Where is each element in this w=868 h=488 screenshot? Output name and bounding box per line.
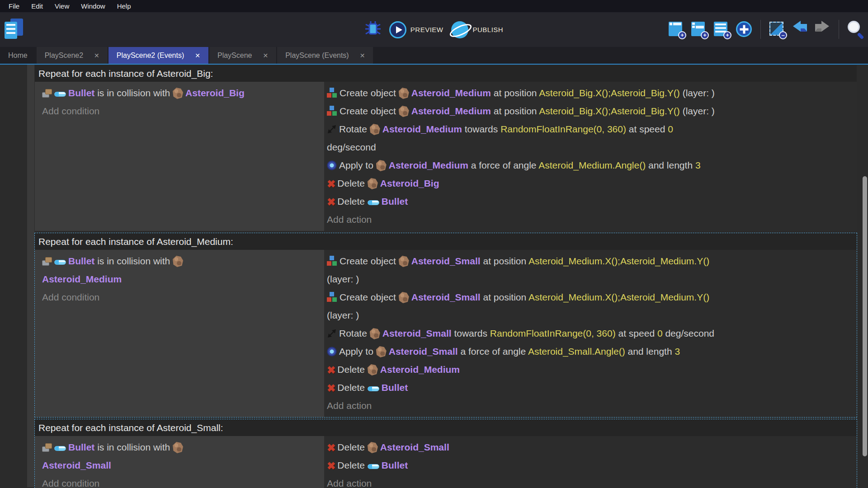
play-circle-icon xyxy=(389,21,406,38)
tab-close-icon[interactable]: ✕ xyxy=(195,52,200,59)
action-row[interactable]: Create object Asteroid_Medium at positio… xyxy=(327,102,853,120)
bullet-object-icon xyxy=(54,260,66,265)
expression: Asteroid_Medium.X();Asteroid_Medium.Y() xyxy=(528,256,709,266)
remove-event-icon[interactable]: – xyxy=(768,19,786,39)
tab-PlayScene[interactable]: PlayScene✕ xyxy=(209,47,276,64)
tab-close-icon[interactable]: ✕ xyxy=(263,52,268,59)
preview-button[interactable]: PREVIEW xyxy=(389,21,443,38)
asteroid-object-icon xyxy=(370,124,380,135)
tab-label: PlayScene (Events) xyxy=(285,52,349,60)
row-text: at position xyxy=(491,88,539,98)
action-row[interactable]: (layer: ) xyxy=(327,306,853,324)
vertical-scrollbar-thumb[interactable] xyxy=(863,176,867,456)
add-event-icon[interactable]: + xyxy=(667,19,685,39)
rotate-icon xyxy=(327,122,337,132)
expression: 3 xyxy=(695,160,701,170)
add-new-icon[interactable] xyxy=(735,19,753,39)
action-row[interactable]: Rotate Asteroid_Small towards RandomFloa… xyxy=(327,324,853,343)
object-name: Bullet xyxy=(68,256,94,266)
publish-label: PUBLISH xyxy=(472,26,503,33)
asteroid-object-icon xyxy=(368,178,378,189)
action-row[interactable]: Create object Asteroid_Small at position… xyxy=(327,288,853,306)
tab-Home[interactable]: Home xyxy=(0,47,36,64)
search-icon[interactable] xyxy=(846,19,864,39)
placeholder-label: Add action xyxy=(327,478,372,488)
object-name: Bullet xyxy=(68,88,94,98)
expression: 3 xyxy=(675,346,680,357)
tab-label: PlayScene2 xyxy=(45,52,83,60)
action-row[interactable]: deg/second xyxy=(327,138,853,156)
redo-icon[interactable] xyxy=(813,19,831,39)
conditions-column: Bullet is in collision with Asteroid_Sma… xyxy=(35,436,324,488)
create-object-icon xyxy=(327,106,337,116)
action-row[interactable]: ✖Delete Asteroid_Big xyxy=(327,174,853,192)
add-subevent-icon[interactable]: + xyxy=(690,19,708,39)
row-text: Create object xyxy=(340,106,399,116)
toolbar-right: +++– xyxy=(667,19,864,39)
action-row[interactable]: Rotate Asteroid_Medium towards RandomFlo… xyxy=(327,120,853,138)
add-action-button[interactable]: Add action xyxy=(327,474,853,488)
tab-label: PlayScene2 (Events) xyxy=(117,52,184,60)
event-body: Bullet is in collision with Asteroid_Big… xyxy=(35,82,857,231)
event-body: Bullet is in collision with Asteroid_Med… xyxy=(35,250,857,417)
menu-item-edit[interactable]: Edit xyxy=(25,0,49,12)
add-action-button[interactable]: Add action xyxy=(327,211,853,229)
action-row[interactable]: ✖Delete Bullet xyxy=(327,456,853,474)
undo-icon[interactable] xyxy=(791,19,809,39)
menu-item-view[interactable]: View xyxy=(49,0,75,12)
project-manager-icon[interactable] xyxy=(5,19,24,40)
events-list: Repeat for each instance of Asteroid_Big… xyxy=(34,65,857,488)
row-text: towards xyxy=(462,124,500,134)
row-text: at position xyxy=(481,256,528,266)
tab-PlayScene2 (Events)[interactable]: PlayScene2 (Events)✕ xyxy=(108,47,208,64)
tab-PlayScene (Events)[interactable]: PlayScene (Events)✕ xyxy=(277,47,373,64)
event-header[interactable]: Repeat for each instance of Asteroid_Big… xyxy=(35,65,857,82)
menu-item-help[interactable]: Help xyxy=(111,0,137,12)
delete-icon: ✖ xyxy=(327,461,335,471)
expression: Asteroid_Big.X();Asteroid_Big.Y() xyxy=(539,88,680,98)
add-action-button[interactable]: Add action xyxy=(327,397,853,415)
action-row[interactable]: Apply to Asteroid_Medium a force of angl… xyxy=(327,156,853,174)
add-condition-button[interactable]: Add condition xyxy=(42,102,321,120)
add-condition-button[interactable]: Add condition xyxy=(42,474,321,488)
row-text: Create object xyxy=(340,88,399,98)
object-name: Asteroid_Small xyxy=(389,346,458,357)
add-comment-icon[interactable]: + xyxy=(712,19,731,39)
event-header[interactable]: Repeat for each instance of Asteroid_Med… xyxy=(35,233,857,250)
publish-button[interactable]: PUBLISH xyxy=(451,21,503,38)
row-text: and length xyxy=(646,160,695,170)
action-row[interactable]: Create object Asteroid_Medium at positio… xyxy=(327,84,853,102)
menu-item-window[interactable]: Window xyxy=(75,0,111,12)
menu-item-file[interactable]: File xyxy=(3,0,25,12)
debugger-bug-icon[interactable] xyxy=(365,20,381,40)
condition-row[interactable]: Asteroid_Medium xyxy=(42,270,321,288)
action-row[interactable]: ✖Delete Bullet xyxy=(327,379,853,397)
tab-close-icon[interactable]: ✕ xyxy=(360,52,365,59)
tab-PlayScene2[interactable]: PlayScene2✕ xyxy=(37,47,108,64)
condition-row[interactable]: Bullet is in collision with xyxy=(42,438,321,456)
asteroid-object-icon xyxy=(399,292,409,303)
action-row[interactable]: ✖Delete Asteroid_Small xyxy=(327,438,853,456)
events-gutter xyxy=(27,65,34,487)
asteroid-object-icon xyxy=(368,442,378,453)
expression: Asteroid_Medium.Angle() xyxy=(538,160,646,170)
expression: Asteroid_Big.X();Asteroid_Big.Y() xyxy=(539,106,680,116)
create-object-icon xyxy=(327,256,337,266)
expression: Asteroid_Medium.X();Asteroid_Medium.Y() xyxy=(528,292,709,302)
action-row[interactable]: Apply to Asteroid_Small a force of angle… xyxy=(327,343,853,361)
tab-close-icon[interactable]: ✕ xyxy=(94,52,99,59)
add-condition-button[interactable]: Add condition xyxy=(42,288,321,306)
create-object-icon xyxy=(327,88,337,98)
action-row[interactable]: ✖Delete Asteroid_Medium xyxy=(327,361,853,379)
conditions-column: Bullet is in collision with Asteroid_Big… xyxy=(35,82,324,231)
object-name: Asteroid_Big xyxy=(380,178,439,188)
condition-row[interactable]: Asteroid_Small xyxy=(42,456,321,474)
condition-row[interactable]: Bullet is in collision with Asteroid_Big xyxy=(42,84,321,102)
action-row[interactable]: Create object Asteroid_Small at position… xyxy=(327,252,853,270)
action-row[interactable]: ✖Delete Bullet xyxy=(327,192,853,211)
event-header[interactable]: Repeat for each instance of Asteroid_Sma… xyxy=(35,419,857,436)
row-text: Create object xyxy=(340,292,399,302)
condition-row[interactable]: Bullet is in collision with xyxy=(42,252,321,270)
row-text: (layer: ) xyxy=(327,310,359,320)
action-row[interactable]: (layer: ) xyxy=(327,270,853,288)
